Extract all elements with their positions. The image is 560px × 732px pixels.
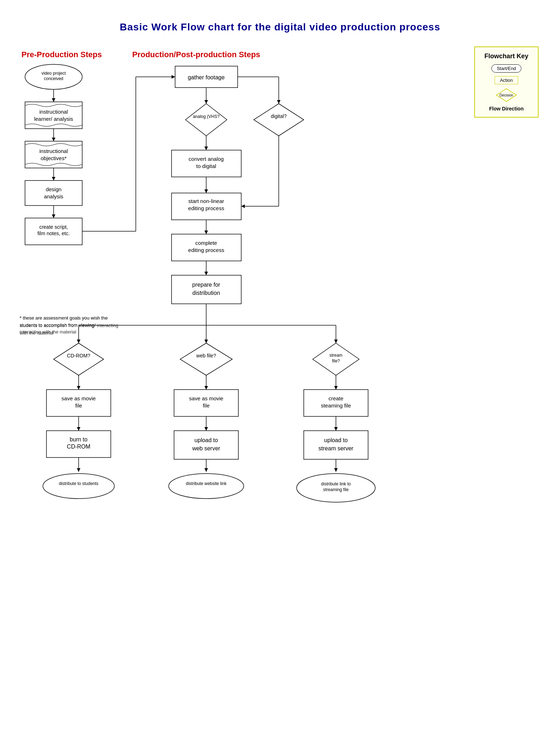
svg-rect-55 (172, 234, 241, 261)
svg-marker-94 (204, 386, 208, 390)
svg-marker-104 (204, 468, 208, 472)
svg-marker-39 (277, 100, 281, 104)
svg-text:analysis: analysis (44, 193, 63, 199)
pre-production-label: Pre-Production Steps (21, 50, 102, 59)
svg-text:upload to: upload to (194, 437, 218, 443)
svg-marker-71 (334, 340, 338, 343)
svg-marker-85 (77, 427, 80, 431)
svg-text:file: file (203, 402, 209, 409)
svg-marker-54 (204, 231, 208, 234)
svg-text:instructional: instructional (39, 148, 68, 154)
key-action-item: Action (482, 76, 531, 84)
svg-text:file?: file? (332, 358, 340, 363)
svg-rect-7 (25, 102, 82, 129)
key-start-end-shape: Start/End (491, 64, 521, 73)
svg-text:digital?: digital? (271, 113, 287, 119)
svg-text:gather footage: gather footage (188, 74, 224, 80)
svg-rect-47 (172, 193, 241, 220)
svg-text:film notes, etc.: film notes, etc. (38, 231, 70, 236)
svg-marker-72 (54, 343, 104, 375)
svg-text:burn to: burn to (70, 436, 88, 442)
svg-rect-12 (25, 141, 82, 168)
svg-marker-118 (334, 468, 338, 472)
svg-text:save as movie: save as movie (189, 395, 223, 401)
svg-rect-100 (174, 431, 238, 459)
page-title: Basic Work Flow chart for the digital vi… (0, 0, 560, 44)
svg-text:objectives*: objectives* (41, 155, 67, 161)
svg-marker-74 (180, 343, 232, 375)
svg-marker-76 (313, 343, 359, 375)
svg-rect-81 (46, 390, 111, 416)
svg-rect-86 (46, 431, 111, 458)
footnote-text: * these are assessment goals you wish th… (20, 315, 123, 337)
svg-rect-114 (304, 431, 368, 459)
svg-text:to digital: to digital (196, 163, 216, 169)
svg-marker-21 (52, 214, 55, 218)
key-flow-label: Flow Direction (482, 106, 531, 112)
svg-text:instructional: instructional (39, 109, 68, 115)
svg-text:upload to: upload to (324, 437, 348, 443)
svg-text:editing process: editing process (188, 247, 224, 253)
svg-text:web server: web server (192, 445, 220, 451)
svg-point-91 (43, 474, 114, 499)
svg-marker-68 (204, 340, 208, 343)
svg-text:distribute link to: distribute link to (321, 481, 351, 486)
key-title: Flowchart Key (482, 53, 531, 60)
svg-text:start non-linear: start non-linear (188, 198, 224, 204)
svg-text:convert analog: convert analog (189, 156, 224, 162)
svg-marker-99 (204, 427, 208, 431)
svg-rect-17 (25, 180, 82, 206)
svg-text:design: design (46, 186, 61, 192)
svg-text:save as movie: save as movie (61, 395, 96, 401)
svg-marker-33 (185, 104, 227, 136)
svg-text:distribute website link: distribute website link (186, 481, 227, 486)
svg-marker-41 (204, 147, 208, 150)
svg-text:create: create (328, 395, 343, 401)
svg-rect-29 (175, 66, 238, 88)
svg-rect-60 (172, 275, 241, 304)
svg-point-2 (25, 64, 82, 89)
svg-text:analog (VHS?: analog (VHS? (193, 114, 220, 119)
svg-text:streaming file: streaming file (323, 487, 349, 492)
svg-text:complete: complete (195, 240, 217, 246)
svg-marker-11 (52, 138, 55, 141)
key-action-shape: Action (495, 76, 518, 84)
svg-marker-35 (254, 104, 304, 136)
key-start-end-item: Start/End (482, 64, 531, 73)
svg-point-105 (169, 474, 244, 499)
svg-rect-42 (172, 150, 241, 177)
svg-text:distribute to students: distribute to students (59, 481, 99, 486)
svg-text:CD-ROM?: CD-ROM? (67, 353, 90, 358)
svg-point-119 (297, 474, 375, 502)
svg-marker-90 (77, 468, 80, 472)
svg-text:steaming file: steaming file (321, 402, 351, 409)
svg-marker-6 (52, 98, 55, 102)
svg-text:file: file (75, 402, 82, 409)
svg-text:stream: stream (329, 353, 343, 358)
svg-marker-108 (334, 386, 338, 390)
svg-text:learner/ analysis: learner/ analysis (34, 116, 73, 122)
svg-marker-46 (204, 189, 208, 193)
key-decision-item: Decision (482, 88, 531, 102)
svg-text:editing process: editing process (188, 205, 224, 211)
svg-marker-32 (204, 100, 208, 104)
svg-marker-113 (334, 427, 338, 431)
svg-text:stream server: stream server (318, 445, 353, 451)
svg-text:Decision: Decision (500, 93, 513, 97)
svg-marker-28 (172, 75, 175, 79)
svg-marker-80 (77, 386, 80, 390)
svg-marker-52 (241, 204, 245, 208)
svg-text:create script,: create script, (39, 224, 68, 230)
svg-text:conceived: conceived (44, 76, 63, 81)
svg-marker-16 (52, 177, 55, 180)
svg-rect-22 (25, 218, 82, 245)
production-label: Production/Post-production Steps (132, 50, 260, 59)
svg-rect-109 (304, 390, 368, 416)
svg-marker-66 (77, 340, 80, 343)
svg-text:prepare for: prepare for (192, 282, 220, 288)
svg-text:CD-ROM: CD-ROM (67, 444, 90, 450)
svg-text:web file?: web file? (196, 353, 216, 358)
svg-text:video project: video project (41, 71, 66, 76)
svg-marker-59 (204, 272, 208, 275)
svg-rect-95 (174, 390, 238, 416)
